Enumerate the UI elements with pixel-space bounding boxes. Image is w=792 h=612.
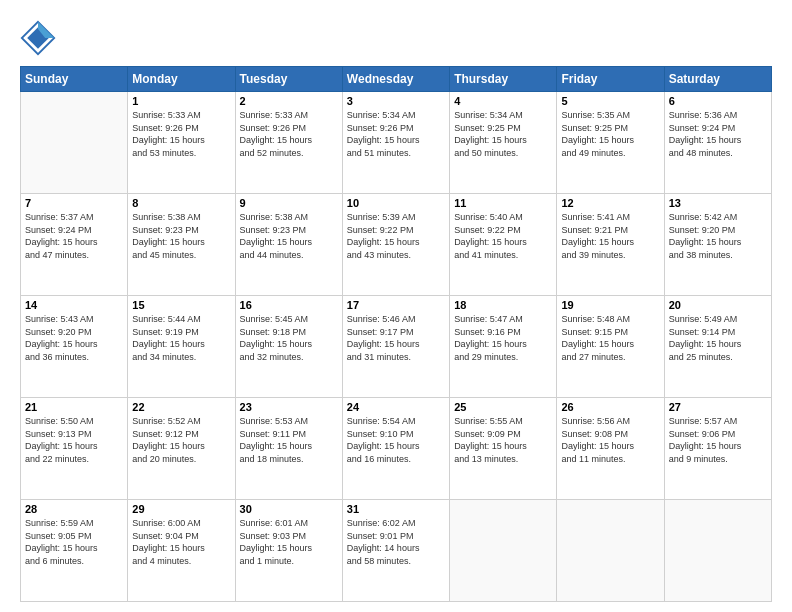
cell-info: Sunrise: 5:40 AMSunset: 9:22 PMDaylight:…: [454, 211, 552, 261]
cell-info: Sunrise: 5:54 AMSunset: 9:10 PMDaylight:…: [347, 415, 445, 465]
calendar-cell: 6Sunrise: 5:36 AMSunset: 9:24 PMDaylight…: [664, 92, 771, 194]
cell-info: Sunrise: 5:50 AMSunset: 9:13 PMDaylight:…: [25, 415, 123, 465]
cell-info: Sunrise: 5:52 AMSunset: 9:12 PMDaylight:…: [132, 415, 230, 465]
day-number: 25: [454, 401, 552, 413]
cell-info: Sunrise: 5:38 AMSunset: 9:23 PMDaylight:…: [240, 211, 338, 261]
calendar-cell: 5Sunrise: 5:35 AMSunset: 9:25 PMDaylight…: [557, 92, 664, 194]
calendar-cell: 16Sunrise: 5:45 AMSunset: 9:18 PMDayligh…: [235, 296, 342, 398]
day-number: 24: [347, 401, 445, 413]
day-number: 29: [132, 503, 230, 515]
cell-info: Sunrise: 5:45 AMSunset: 9:18 PMDaylight:…: [240, 313, 338, 363]
calendar-cell: 21Sunrise: 5:50 AMSunset: 9:13 PMDayligh…: [21, 398, 128, 500]
day-number: 17: [347, 299, 445, 311]
cell-info: Sunrise: 5:46 AMSunset: 9:17 PMDaylight:…: [347, 313, 445, 363]
calendar-cell: 13Sunrise: 5:42 AMSunset: 9:20 PMDayligh…: [664, 194, 771, 296]
weekday-header: Sunday: [21, 67, 128, 92]
day-number: 7: [25, 197, 123, 209]
calendar-cell: 29Sunrise: 6:00 AMSunset: 9:04 PMDayligh…: [128, 500, 235, 602]
cell-info: Sunrise: 5:42 AMSunset: 9:20 PMDaylight:…: [669, 211, 767, 261]
calendar-week-row: 1Sunrise: 5:33 AMSunset: 9:26 PMDaylight…: [21, 92, 772, 194]
cell-info: Sunrise: 6:00 AMSunset: 9:04 PMDaylight:…: [132, 517, 230, 567]
calendar-cell: 26Sunrise: 5:56 AMSunset: 9:08 PMDayligh…: [557, 398, 664, 500]
calendar-week-row: 28Sunrise: 5:59 AMSunset: 9:05 PMDayligh…: [21, 500, 772, 602]
day-number: 16: [240, 299, 338, 311]
calendar-cell: 31Sunrise: 6:02 AMSunset: 9:01 PMDayligh…: [342, 500, 449, 602]
page-header: [20, 20, 772, 56]
day-number: 14: [25, 299, 123, 311]
calendar-cell: [21, 92, 128, 194]
day-number: 1: [132, 95, 230, 107]
cell-info: Sunrise: 5:56 AMSunset: 9:08 PMDaylight:…: [561, 415, 659, 465]
calendar-cell: 17Sunrise: 5:46 AMSunset: 9:17 PMDayligh…: [342, 296, 449, 398]
cell-info: Sunrise: 5:39 AMSunset: 9:22 PMDaylight:…: [347, 211, 445, 261]
logo: [20, 20, 62, 56]
day-number: 11: [454, 197, 552, 209]
day-number: 22: [132, 401, 230, 413]
cell-info: Sunrise: 6:02 AMSunset: 9:01 PMDaylight:…: [347, 517, 445, 567]
cell-info: Sunrise: 5:37 AMSunset: 9:24 PMDaylight:…: [25, 211, 123, 261]
calendar-page: SundayMondayTuesdayWednesdayThursdayFrid…: [0, 0, 792, 612]
cell-info: Sunrise: 5:33 AMSunset: 9:26 PMDaylight:…: [240, 109, 338, 159]
calendar-cell: 12Sunrise: 5:41 AMSunset: 9:21 PMDayligh…: [557, 194, 664, 296]
day-number: 27: [669, 401, 767, 413]
calendar-week-row: 7Sunrise: 5:37 AMSunset: 9:24 PMDaylight…: [21, 194, 772, 296]
day-number: 19: [561, 299, 659, 311]
cell-info: Sunrise: 5:47 AMSunset: 9:16 PMDaylight:…: [454, 313, 552, 363]
calendar-cell: 27Sunrise: 5:57 AMSunset: 9:06 PMDayligh…: [664, 398, 771, 500]
day-number: 31: [347, 503, 445, 515]
calendar-cell: 23Sunrise: 5:53 AMSunset: 9:11 PMDayligh…: [235, 398, 342, 500]
cell-info: Sunrise: 5:36 AMSunset: 9:24 PMDaylight:…: [669, 109, 767, 159]
calendar-cell: 3Sunrise: 5:34 AMSunset: 9:26 PMDaylight…: [342, 92, 449, 194]
cell-info: Sunrise: 6:01 AMSunset: 9:03 PMDaylight:…: [240, 517, 338, 567]
day-number: 18: [454, 299, 552, 311]
cell-info: Sunrise: 5:44 AMSunset: 9:19 PMDaylight:…: [132, 313, 230, 363]
weekday-header-row: SundayMondayTuesdayWednesdayThursdayFrid…: [21, 67, 772, 92]
calendar-cell: 11Sunrise: 5:40 AMSunset: 9:22 PMDayligh…: [450, 194, 557, 296]
calendar-cell: 2Sunrise: 5:33 AMSunset: 9:26 PMDaylight…: [235, 92, 342, 194]
cell-info: Sunrise: 5:55 AMSunset: 9:09 PMDaylight:…: [454, 415, 552, 465]
weekday-header: Thursday: [450, 67, 557, 92]
calendar-cell: [450, 500, 557, 602]
cell-info: Sunrise: 5:49 AMSunset: 9:14 PMDaylight:…: [669, 313, 767, 363]
weekday-header: Friday: [557, 67, 664, 92]
calendar-cell: 24Sunrise: 5:54 AMSunset: 9:10 PMDayligh…: [342, 398, 449, 500]
day-number: 8: [132, 197, 230, 209]
day-number: 13: [669, 197, 767, 209]
calendar-cell: 28Sunrise: 5:59 AMSunset: 9:05 PMDayligh…: [21, 500, 128, 602]
day-number: 6: [669, 95, 767, 107]
cell-info: Sunrise: 5:34 AMSunset: 9:25 PMDaylight:…: [454, 109, 552, 159]
day-number: 28: [25, 503, 123, 515]
day-number: 30: [240, 503, 338, 515]
calendar-cell: 22Sunrise: 5:52 AMSunset: 9:12 PMDayligh…: [128, 398, 235, 500]
day-number: 2: [240, 95, 338, 107]
cell-info: Sunrise: 5:43 AMSunset: 9:20 PMDaylight:…: [25, 313, 123, 363]
calendar-cell: 4Sunrise: 5:34 AMSunset: 9:25 PMDaylight…: [450, 92, 557, 194]
calendar-cell: 18Sunrise: 5:47 AMSunset: 9:16 PMDayligh…: [450, 296, 557, 398]
day-number: 23: [240, 401, 338, 413]
calendar-cell: 14Sunrise: 5:43 AMSunset: 9:20 PMDayligh…: [21, 296, 128, 398]
cell-info: Sunrise: 5:57 AMSunset: 9:06 PMDaylight:…: [669, 415, 767, 465]
day-number: 20: [669, 299, 767, 311]
calendar-cell: 1Sunrise: 5:33 AMSunset: 9:26 PMDaylight…: [128, 92, 235, 194]
cell-info: Sunrise: 5:48 AMSunset: 9:15 PMDaylight:…: [561, 313, 659, 363]
weekday-header: Monday: [128, 67, 235, 92]
cell-info: Sunrise: 5:33 AMSunset: 9:26 PMDaylight:…: [132, 109, 230, 159]
calendar-cell: 10Sunrise: 5:39 AMSunset: 9:22 PMDayligh…: [342, 194, 449, 296]
weekday-header: Tuesday: [235, 67, 342, 92]
calendar-cell: 7Sunrise: 5:37 AMSunset: 9:24 PMDaylight…: [21, 194, 128, 296]
cell-info: Sunrise: 5:35 AMSunset: 9:25 PMDaylight:…: [561, 109, 659, 159]
cell-info: Sunrise: 5:41 AMSunset: 9:21 PMDaylight:…: [561, 211, 659, 261]
cell-info: Sunrise: 5:34 AMSunset: 9:26 PMDaylight:…: [347, 109, 445, 159]
weekday-header: Wednesday: [342, 67, 449, 92]
calendar-cell: [557, 500, 664, 602]
calendar-cell: 19Sunrise: 5:48 AMSunset: 9:15 PMDayligh…: [557, 296, 664, 398]
calendar-cell: 9Sunrise: 5:38 AMSunset: 9:23 PMDaylight…: [235, 194, 342, 296]
day-number: 5: [561, 95, 659, 107]
logo-icon: [20, 20, 56, 56]
calendar-cell: 25Sunrise: 5:55 AMSunset: 9:09 PMDayligh…: [450, 398, 557, 500]
calendar-week-row: 21Sunrise: 5:50 AMSunset: 9:13 PMDayligh…: [21, 398, 772, 500]
cell-info: Sunrise: 5:38 AMSunset: 9:23 PMDaylight:…: [132, 211, 230, 261]
cell-info: Sunrise: 5:59 AMSunset: 9:05 PMDaylight:…: [25, 517, 123, 567]
day-number: 10: [347, 197, 445, 209]
weekday-header: Saturday: [664, 67, 771, 92]
